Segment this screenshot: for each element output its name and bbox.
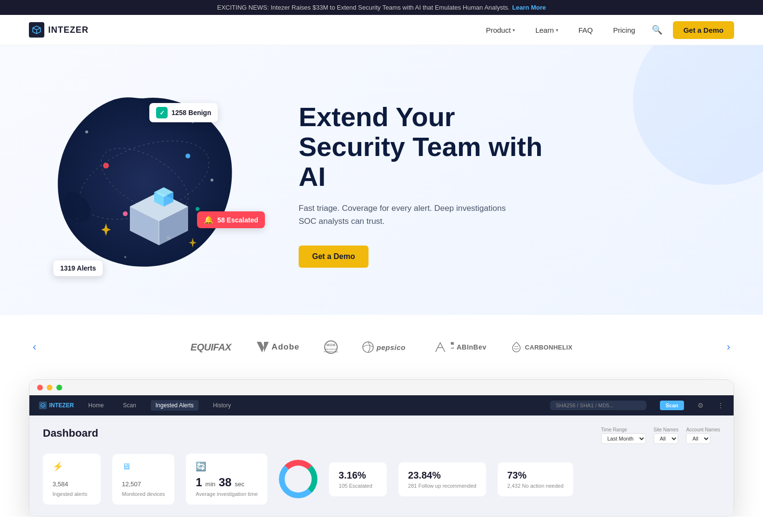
dashboard-search[interactable]: SHA256 / SHA1 / MD5... [550, 401, 646, 410]
carbonhelix-symbol [511, 341, 522, 353]
alert-icon: 🔔 [204, 215, 213, 224]
titlebar-dot-green [56, 385, 62, 390]
svg-point-4 [124, 256, 126, 258]
nav-item-learn[interactable]: Learn ▾ [527, 22, 566, 38]
escalated-pct-label: 105 Escalated [339, 483, 377, 489]
escalated-count: 58 Escalated [217, 216, 258, 224]
nav-item-pricing[interactable]: Pricing [605, 22, 643, 38]
dashboard-stats: ⚡ 3,584 Ingested alerts 🖥 12,507 Monitor… [43, 454, 720, 505]
dashboard-more-icon[interactable]: ⋮ [717, 402, 724, 409]
logo-equifax: EQUIFAX [191, 342, 231, 353]
svg-text:RESORTS: RESORTS [325, 348, 336, 350]
navbar: INTEZER Product ▾ Learn ▾ FAQ Pricing [0, 15, 763, 45]
benign-count: 1258 Benign [171, 109, 211, 117]
abinbev-symbol [430, 340, 454, 354]
dashboard-search-text: SHA256 / SHA1 / MD5... [556, 402, 614, 408]
svg-point-1 [85, 130, 88, 133]
logo-carbonhelix: CARBONHELIX [511, 341, 573, 353]
dashboard-nav: INTEZER Home Scan Ingested Alerts Histor… [29, 395, 734, 415]
svg-point-8 [103, 163, 109, 169]
nav-link-product[interactable]: Product ▾ [478, 22, 523, 38]
noaction-pct-label: 2,432 No action needed [507, 483, 564, 489]
stat-noaction-pct: 73% 2,432 No action needed [498, 462, 573, 496]
dashboard-logo: INTEZER [39, 402, 74, 409]
escalated-pct-number: 3.16% [339, 470, 377, 481]
nav-item-faq[interactable]: FAQ [571, 22, 601, 38]
svg-text:INTERNATIONAL: INTERNATIONAL [324, 351, 338, 353]
filter-site-names: Site Names All [654, 427, 679, 444]
hero-subtitle: Fast triage. Coverage for every alert. D… [299, 202, 520, 228]
logo-pepsico: pepsico [362, 341, 406, 353]
get-demo-hero-button[interactable]: Get a Demo [299, 246, 368, 268]
get-demo-nav-button[interactable]: Get a Demo [673, 21, 734, 39]
logo-abinbev: ABInBev [430, 340, 487, 354]
monitored-number: 12,507 [122, 476, 165, 489]
logo-icon [29, 22, 44, 38]
chevron-down-icon: ▾ [513, 27, 515, 33]
stat-ingested: ⚡ 3,584 Ingested alerts [43, 454, 101, 505]
filter-account-select[interactable]: All [686, 433, 710, 444]
dashboard-nav-scan[interactable]: Scan [118, 400, 141, 411]
stat-followup-pct: 23.84% 281 Follow up recommended [398, 462, 486, 496]
followup-pct-label: 281 Follow up recommended [408, 483, 476, 489]
logo-adobe: Adobe [255, 340, 300, 354]
announcement-bar: EXCITING NEWS: Intezer Raises $33M to Ex… [0, 0, 763, 15]
avg-time-label: Average investigation time [196, 491, 258, 497]
adobe-symbol [255, 340, 269, 354]
pepsico-globe [362, 341, 374, 353]
dashboard-scan-button[interactable]: Scan [660, 401, 684, 410]
dashboard-nav-history[interactable]: History [208, 400, 236, 411]
hero-section: ✓ 1258 Benign 🔔 58 Escalated 1319 Alerts… [0, 45, 763, 315]
filter-time-range: Time Range Last Month [601, 427, 646, 444]
carousel-next-button[interactable]: › [723, 339, 734, 355]
check-icon: ✓ [156, 107, 168, 118]
donut-chart [279, 460, 317, 498]
followup-pct-number: 23.84% [408, 470, 476, 481]
titlebar-dot-yellow [47, 385, 53, 390]
dashboard-body: Dashboard Time Range Last Month Site Nam… [29, 415, 734, 516]
stat-avg-time: 🔄 1 min 38 sec Average investigation tim… [186, 454, 267, 505]
search-button[interactable]: 🔍 [648, 21, 666, 39]
hero-title: Extend Your Security Team with AI [299, 102, 734, 191]
nav-link-faq[interactable]: FAQ [571, 22, 601, 38]
svg-point-10 [123, 211, 128, 216]
avg-time-number: 1 min 38 sec [196, 476, 258, 489]
monitored-label: Monitored devices [122, 491, 165, 497]
badge-escalated: 🔔 58 Escalated [197, 211, 265, 228]
noaction-pct-number: 73% [507, 470, 564, 481]
logo-mgm: MGM RESORTS INTERNATIONAL [324, 340, 338, 354]
svg-text:MGM: MGM [326, 343, 335, 347]
dashboard-title: Dashboard [43, 427, 98, 440]
filter-site-select[interactable]: All [654, 433, 678, 444]
announcement-link[interactable]: Learn More [512, 4, 546, 11]
dashboard-preview: INTEZER Home Scan Ingested Alerts Histor… [29, 379, 734, 517]
nav-link-learn[interactable]: Learn ▾ [527, 22, 566, 38]
hero-content: Extend Your Security Team with AI Fast t… [270, 102, 734, 267]
filter-site-label: Site Names [654, 427, 679, 432]
ingested-label: Ingested alerts [53, 491, 91, 497]
announcement-text: EXCITING NEWS: Intezer Raises $33M to Ex… [217, 4, 510, 11]
dashboard-nav-home[interactable]: Home [83, 400, 108, 411]
logos-carousel: EQUIFAX Adobe MGM RESORTS INTERNATIONAL [40, 340, 723, 354]
svg-point-3 [210, 179, 213, 182]
stat-monitored: 🖥 12,507 Monitored devices [112, 454, 174, 505]
carousel-prev-button[interactable]: ‹ [29, 339, 40, 355]
search-icon: 🔍 [652, 25, 662, 35]
nav-links: Product ▾ Learn ▾ FAQ Pricing [478, 22, 643, 38]
stat-escalated-pct: 3.16% 105 Escalated [329, 462, 387, 496]
nav-link-pricing[interactable]: Pricing [605, 22, 643, 38]
filter-account-label: Account Names [686, 427, 720, 432]
svg-point-9 [185, 154, 190, 158]
dashboard-nav-ingested[interactable]: Ingested Alerts [151, 400, 198, 411]
monitored-icon: 🖥 [122, 462, 165, 472]
logo[interactable]: INTEZER [29, 22, 89, 38]
avg-time-icon: 🔄 [196, 461, 258, 472]
alerts-count: 1319 Alerts [60, 264, 96, 272]
dashboard-settings-icon[interactable]: ⚙ [697, 402, 704, 409]
filter-time-select[interactable]: Last Month [601, 433, 646, 444]
logos-section: ‹ EQUIFAX Adobe MGM RESORTS INTERNATIONA… [0, 315, 763, 379]
nav-item-product[interactable]: Product ▾ [478, 22, 523, 38]
dashboard-filters: Time Range Last Month Site Names All Acc… [601, 427, 720, 444]
ingested-icon: ⚡ [53, 461, 91, 472]
chevron-down-icon: ▾ [556, 27, 558, 33]
